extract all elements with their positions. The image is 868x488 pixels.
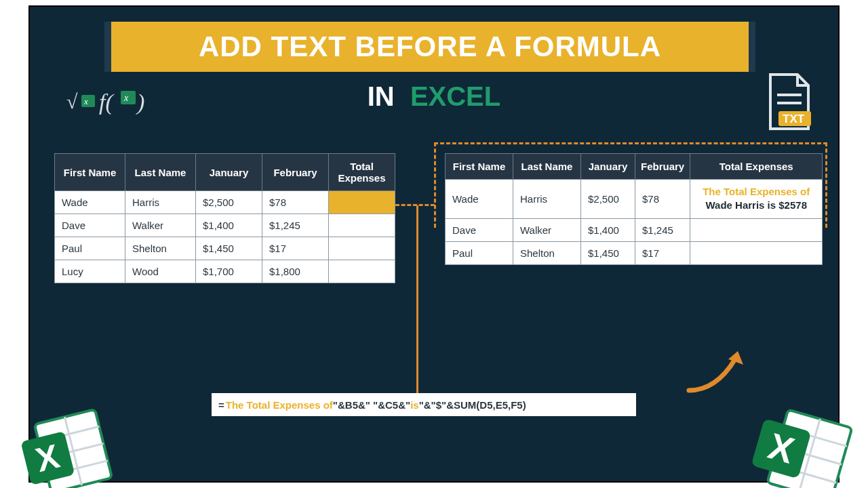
- subtitle-excel: EXCEL: [410, 81, 500, 111]
- table-header-row: First Name Last Name January February To…: [55, 154, 395, 191]
- title-text: ADD TEXT BEFORE A FORMULA: [199, 30, 661, 63]
- cell: $1,450: [581, 241, 635, 264]
- cell: Lucy: [55, 260, 125, 283]
- arrow-icon: [682, 346, 750, 396]
- svg-text:x: x: [83, 96, 88, 106]
- cell: [690, 241, 823, 264]
- cell: [329, 214, 395, 237]
- cell: $1,700: [196, 260, 262, 283]
- formula-segment: "&B5&" "&C5&": [333, 399, 410, 411]
- connector-line: [395, 204, 435, 206]
- table-row: Lucy Wood $1,700 $1,800: [55, 260, 395, 283]
- cell: [329, 260, 395, 283]
- cell: Dave: [446, 218, 513, 241]
- cell: Wade: [55, 191, 125, 214]
- cell: $78: [635, 180, 690, 219]
- col-total: Total Expenses: [690, 154, 823, 180]
- subtitle-in: IN: [368, 81, 395, 111]
- cell: Shelton: [125, 237, 196, 260]
- formula-equals: =: [218, 399, 224, 411]
- excel-icon: X: [739, 392, 863, 488]
- excel-icon: X: [9, 398, 123, 488]
- table-header-row: First Name Last Name January February To…: [446, 154, 823, 180]
- col-january: January: [581, 154, 635, 180]
- cell: Harris: [125, 191, 196, 214]
- col-february: February: [635, 154, 690, 180]
- cell: Wade: [446, 180, 513, 219]
- cell: $1,800: [262, 260, 329, 283]
- col-february: February: [262, 154, 329, 191]
- cell: $78: [262, 191, 329, 214]
- col-last-name: Last Name: [513, 154, 581, 180]
- table-row: Wade Harris $2,500 $78 The Total Expense…: [446, 180, 823, 219]
- cell: $2,500: [581, 180, 635, 219]
- right-table: First Name Last Name January February To…: [445, 153, 823, 265]
- cell: $1,245: [262, 214, 329, 237]
- result-line1: The Total Expenses of: [697, 185, 815, 199]
- txt-label: TXT: [783, 113, 805, 125]
- svg-text:f(: f(: [99, 89, 115, 115]
- connector-line: [416, 205, 418, 402]
- cell: $2,500: [196, 191, 262, 214]
- txt-file-icon: TXT: [762, 72, 816, 137]
- result-line2: Wade Harris is $2578: [697, 199, 815, 212]
- cell: [329, 237, 395, 260]
- cell: [690, 218, 823, 241]
- col-first-name: First Name: [446, 154, 513, 180]
- formula-literal: is: [410, 399, 419, 411]
- selected-cell: [329, 191, 395, 214]
- cell: Paul: [446, 241, 513, 264]
- svg-text:√: √: [66, 90, 78, 113]
- formula-bar: = The Total Expenses of "&B5&" "&C5&" is…: [212, 393, 636, 416]
- table-row: Paul Shelton $1,450 $17: [55, 237, 395, 260]
- cell: $17: [262, 237, 329, 260]
- cell: $1,400: [196, 214, 262, 237]
- col-total: Total Expenses: [329, 154, 395, 191]
- cell: Walker: [125, 214, 196, 237]
- col-last-name: Last Name: [125, 154, 196, 191]
- left-table: First Name Last Name January February To…: [54, 153, 395, 283]
- cell: Wood: [125, 260, 196, 283]
- result-cell: The Total Expenses of Wade Harris is $25…: [690, 180, 823, 219]
- formula-literal: The Total Expenses of: [226, 399, 333, 411]
- svg-text:): ): [136, 89, 144, 115]
- cell: $1,450: [196, 237, 262, 260]
- col-first-name: First Name: [55, 154, 125, 191]
- cell: Walker: [513, 218, 581, 241]
- cell: $1,245: [635, 218, 690, 241]
- cell: $17: [635, 241, 690, 264]
- cell: Shelton: [513, 241, 581, 264]
- formula-segment: "&"$"&SUM(D5,E5,F5): [419, 399, 526, 411]
- svg-rect-1: [81, 95, 95, 107]
- table-row: Dave Walker $1,400 $1,245: [446, 218, 823, 241]
- title-banner: ADD TEXT BEFORE A FORMULA: [104, 22, 755, 72]
- cell: Harris: [513, 180, 581, 219]
- formula-fx-icon: √ x f( x ): [66, 80, 161, 121]
- svg-text:x: x: [123, 93, 129, 103]
- cell: $1,400: [581, 218, 635, 241]
- cell: Dave: [55, 214, 125, 237]
- table-row: Wade Harris $2,500 $78: [55, 191, 395, 214]
- table-row: Paul Shelton $1,450 $17: [446, 241, 823, 264]
- cell: Paul: [55, 237, 125, 260]
- col-january: January: [196, 154, 262, 191]
- slide-canvas: ADD TEXT BEFORE A FORMULA IN EXCEL √ x f…: [28, 5, 840, 483]
- table-row: Dave Walker $1,400 $1,245: [55, 214, 395, 237]
